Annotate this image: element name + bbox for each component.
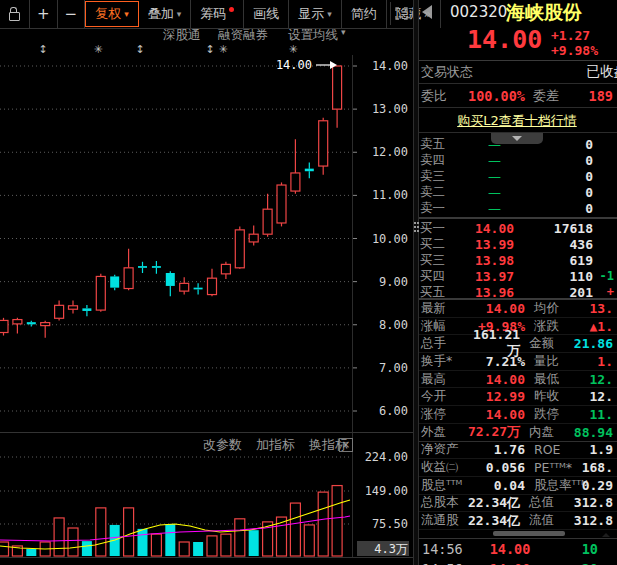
- buy-price: 13.98: [454, 253, 535, 268]
- toolbar-button-画线[interactable]: 画线: [244, 0, 289, 28]
- stat-value: 13.: [581, 301, 613, 316]
- stat-label: 涨幅: [421, 318, 463, 335]
- stat-value: 168.: [581, 460, 613, 475]
- volume-bar: [26, 549, 36, 556]
- fullscreen-button[interactable]: [390, 2, 411, 25]
- stat-value: 1.: [581, 354, 613, 369]
- scrollbar-handle[interactable]: [493, 531, 565, 536]
- zoom-in-button[interactable]: +: [30, 0, 58, 28]
- lock-button[interactable]: [0, 0, 30, 28]
- subbar-item-融资融券[interactable]: 融资融券: [218, 27, 268, 44]
- stat-label: 总手: [421, 335, 461, 352]
- book-collapse-tab[interactable]: [491, 133, 543, 144]
- stat-label: 股息率ᵀᵀᴹ: [534, 477, 581, 494]
- volume-bar: [0, 542, 9, 556]
- stat-label: 总股本: [421, 494, 461, 511]
- stock-code: 002320: [450, 3, 507, 21]
- stat-label: 量比: [534, 353, 581, 370]
- sell-row[interactable]: 卖三—0: [417, 168, 617, 184]
- stat-value: 14.00: [463, 407, 525, 422]
- weicha-label: 委差: [533, 87, 567, 105]
- price-axis-label: 12.00: [372, 145, 408, 159]
- volume-bar: [96, 508, 106, 556]
- volume-bar: [193, 542, 203, 556]
- star-marker-icon: ✳: [288, 43, 297, 56]
- stock-app-window: 14.0013.0012.0011.0010.009.008.007.006.0…: [0, 0, 617, 565]
- sell-row[interactable]: 卖四—0: [417, 152, 617, 168]
- toolbar-buttons: 复权▾叠加▾筹码画线显示▾简约隐藏»: [85, 0, 441, 28]
- sell-level-label: 卖二: [420, 184, 454, 201]
- sell-price: —: [454, 169, 535, 184]
- price-axis-label: 6.00: [379, 404, 408, 418]
- buy-level-label: 买二: [420, 236, 454, 253]
- toolbar-button-简约[interactable]: 简约: [342, 0, 387, 28]
- weibi-label: 委比: [421, 87, 455, 105]
- sell-volume: 0: [535, 201, 593, 216]
- volume-axis-label: 149.00: [365, 484, 408, 498]
- subbar-item-深股通[interactable]: 深股通: [163, 27, 201, 44]
- sell-level-label: 卖一: [420, 200, 454, 217]
- stat-value: 7.21%: [463, 354, 525, 369]
- buy-price: 14.00: [454, 221, 535, 236]
- price-axis-label: 10.00: [372, 232, 408, 246]
- candlestick-chart[interactable]: 14.0013.0012.0011.0010.009.008.007.006.0…: [0, 0, 413, 565]
- lock-icon: [9, 12, 20, 21]
- buy-row[interactable]: 买四13.97110-1: [417, 268, 617, 284]
- chevron-down-icon: ▾: [124, 9, 129, 19]
- volume-bar: [68, 528, 78, 556]
- indicator-button-加指标[interactable]: 加指标: [256, 436, 295, 454]
- stat-label: 最新: [421, 300, 463, 317]
- indicator-close-button[interactable]: ×: [339, 438, 353, 452]
- stat-label: 外盘: [421, 424, 461, 441]
- sell-row[interactable]: 卖二—0: [417, 184, 617, 200]
- sell-row[interactable]: 卖一—0: [417, 200, 617, 216]
- buy-price: 13.97: [454, 269, 535, 284]
- buy-price: 13.99: [454, 237, 535, 252]
- subbar-item-设置均线[interactable]: 设置均线▾: [288, 27, 338, 44]
- stat-value: 72.27万: [461, 423, 520, 441]
- pane-divider[interactable]: [413, 0, 419, 565]
- toolbar-button-叠加[interactable]: 叠加▾: [139, 0, 192, 28]
- main-toolbar: + − 复权▾叠加▾筹码画线显示▾简约隐藏»: [0, 0, 413, 29]
- volume-bar: [235, 519, 245, 556]
- buy-volume: 619: [535, 253, 593, 268]
- toolbar-button-显示[interactable]: 显示▾: [289, 0, 342, 28]
- indicator-button-改参数[interactable]: 改参数: [203, 436, 242, 454]
- stat-label: ROE: [534, 442, 581, 457]
- zoom-out-button[interactable]: −: [58, 0, 86, 28]
- stat-label: 金额: [529, 335, 574, 352]
- price-axis-label: 13.00: [372, 102, 408, 116]
- stat-row: 收益㈡0.056PEᵀᵀᴹ*168.: [417, 459, 617, 477]
- volume-bar: [124, 508, 134, 556]
- volume-cursor-label: 4.3万: [374, 542, 408, 556]
- tick-trade-list[interactable]: 14:5614.001014:5614.0020: [417, 539, 617, 565]
- divider-grip: [417, 222, 419, 224]
- quote-header: 002320 海峡股份 14.00 +1.27 +9.98%: [417, 0, 617, 61]
- price-change-pct: +9.98%: [551, 43, 598, 58]
- stat-label: 最低: [534, 371, 581, 388]
- stat-value: 1.76: [463, 442, 525, 457]
- candle: [27, 322, 36, 324]
- volume-axis-label: 224.00: [365, 450, 408, 464]
- trade-row: 14:5614.0020: [417, 559, 617, 565]
- toolbar-button-复权[interactable]: 复权▾: [85, 1, 139, 27]
- stat-label: 昨收: [534, 388, 581, 405]
- last-price: 14.00: [467, 25, 542, 54]
- stat-value: 21.86: [574, 336, 613, 351]
- chevron-down-icon: ▾: [327, 9, 332, 19]
- buy-l2-link[interactable]: 购买L2查看十档行情: [457, 112, 577, 130]
- stat-value: 22.34亿: [461, 494, 520, 512]
- buy-row[interactable]: 买一14.0017618: [417, 220, 617, 236]
- stats-scrollbar: [417, 530, 617, 539]
- candle: [194, 288, 203, 290]
- volume-bar: [165, 524, 175, 556]
- volume-bar: [54, 518, 64, 556]
- toolbar-button-筹码[interactable]: 筹码: [191, 0, 244, 28]
- buy-level-label: 买一: [420, 220, 454, 237]
- sell-volume: 0: [535, 169, 593, 184]
- chevron-down-icon: ▾: [177, 9, 182, 19]
- volume-bar: [304, 525, 314, 556]
- buy-row[interactable]: 买二13.99436: [417, 236, 617, 252]
- stat-value: 11.: [581, 407, 613, 422]
- buy-row[interactable]: 买三13.98619: [417, 252, 617, 268]
